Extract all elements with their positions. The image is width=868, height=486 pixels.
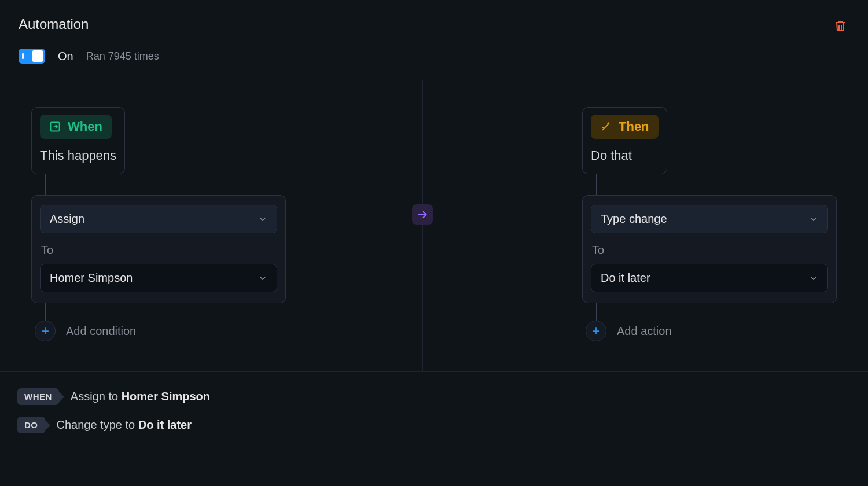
then-to-select[interactable]: Do it later [591,264,828,292]
when-column: When This happens Assign To Homer Simpso… [31,107,286,341]
when-to-select[interactable]: Homer Simpson [40,264,277,292]
flow-arrow [412,204,433,225]
when-subtitle: This happens [40,148,116,163]
when-event-select[interactable]: Assign [40,205,277,233]
then-config-card: Type change To Do it later [582,195,837,303]
summary-when-row: WHEN Assign to Homer Simpson [17,388,851,405]
when-head-card: When This happens [31,107,125,174]
add-condition-button[interactable]: + Add condition [35,321,136,341]
plus-icon: + [586,321,606,341]
add-action-label: Add action [617,325,672,338]
automation-toggle[interactable] [19,49,45,64]
chevron-down-icon [809,274,818,283]
automation-summary: WHEN Assign to Homer Simpson DO Change t… [0,372,868,450]
then-action-select[interactable]: Type change [591,205,828,233]
then-to-label: To [592,244,827,257]
chevron-down-icon [258,215,267,224]
trash-icon [833,19,847,34]
summary-do-prefix: Change type to [57,418,138,431]
summary-do-row: DO Change type to Do it later [17,417,851,433]
delete-button[interactable] [831,16,849,36]
chevron-down-icon [809,215,818,224]
summary-when-text: Assign to Homer Simpson [71,390,210,403]
header: Automation On Ran 7945 times [0,0,868,64]
wand-icon [600,121,612,132]
then-badge-label: Then [619,119,649,134]
toggle-state-label: On [58,50,73,63]
when-badge-label: When [68,119,102,134]
summary-when-prefix: Assign to [71,390,122,403]
summary-do-bold: Do it later [138,418,192,431]
connector-line [45,303,46,321]
then-subtitle: Do that [591,148,659,163]
column-divider [422,80,423,371]
plus-icon: + [35,321,56,341]
automation-builder: When This happens Assign To Homer Simpso… [0,80,868,372]
run-count-text: Ran 7945 times [86,50,159,62]
do-tag: DO [17,417,45,433]
toggle-knob [32,50,43,62]
when-event-value: Assign [50,212,84,226]
add-action-button[interactable]: + Add action [586,321,672,341]
then-head-card: Then Do that [582,107,667,174]
when-to-label: To [41,244,276,257]
when-config-card: Assign To Homer Simpson [31,195,286,303]
then-badge: Then [591,115,659,139]
enter-icon [49,121,61,132]
page-title: Automation [19,16,159,32]
when-tag: WHEN [17,388,59,405]
chevron-down-icon [258,274,267,283]
then-action-value: Type change [601,212,667,226]
add-condition-label: Add condition [66,325,136,338]
then-to-value: Do it later [601,271,650,285]
arrow-right-icon [416,208,429,221]
connector-line [596,174,597,195]
summary-when-bold: Homer Simpson [122,390,210,403]
connector-line [45,174,46,195]
when-to-value: Homer Simpson [50,271,133,285]
then-column: Then Do that Type change To Do it later … [582,107,837,341]
when-badge: When [40,115,112,139]
connector-line [596,303,597,321]
summary-do-text: Change type to Do it later [57,418,192,432]
